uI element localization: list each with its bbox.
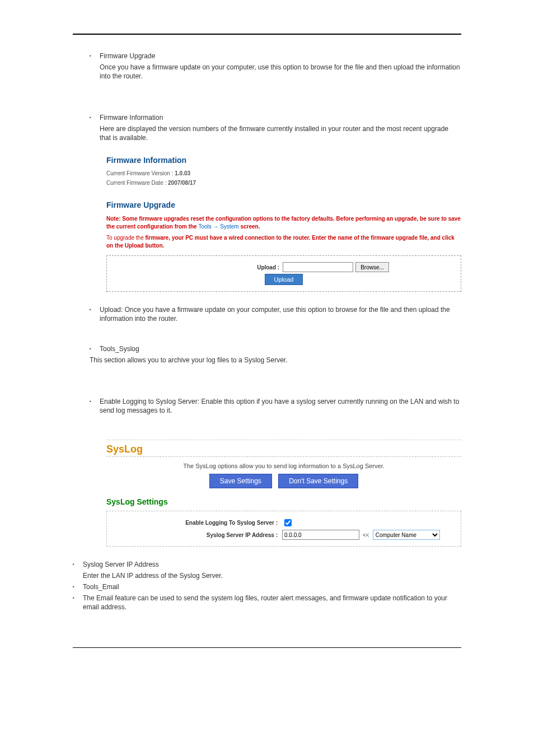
firmware-upgrade-body: Once you have a firmware update on your …: [100, 63, 461, 81]
syslog-ip-body: Enter the LAN IP address of the Syslog S…: [83, 571, 461, 580]
bullet-upload: ▪ Upload: Once you have a firmware updat…: [90, 305, 461, 323]
bullet-tools-email: ▪ Tools_Email: [73, 582, 461, 591]
fw-warn-link[interactable]: Tools → System: [198, 223, 238, 230]
fw-upload-box: Upload : Browse... Upload: [106, 255, 461, 292]
bullet-marker-icon: ▪: [90, 305, 94, 323]
fw-version-line: Current Firmware Version : 1.0.03: [106, 170, 461, 176]
fw-upgrade-heading: Firmware Upgrade: [106, 200, 461, 209]
enable-logging-text: Enable Logging to Syslog Server: Enable …: [100, 397, 461, 415]
fw-version-value: 1.0.03: [175, 170, 190, 176]
upload-bullet-text: Upload: Once you have a firmware update …: [100, 305, 461, 323]
bullet-marker-icon: ▪: [73, 594, 77, 612]
bullet-marker-icon: ▪: [90, 52, 94, 60]
fw-note-text1: To upgrade the: [106, 235, 146, 241]
syslog-section-title: Tools_Syslog: [100, 345, 139, 353]
dont-save-settings-button[interactable]: Don't Save Settings: [278, 474, 358, 488]
syslog-ip-bullet-label: Syslog Server IP Address: [83, 561, 159, 568]
footer-rule: [73, 647, 461, 648]
syslog-figure: SysLog The SysLog options allow you to s…: [106, 440, 461, 547]
header-rule: [73, 34, 461, 35]
computer-name-select[interactable]: Computer Name: [373, 530, 440, 540]
bullet-marker-icon: ▪: [90, 113, 94, 122]
firmware-info-body: Here are displayed the version numbers o…: [100, 124, 461, 142]
bullet-marker-icon: ▪: [73, 582, 77, 591]
syslog-settings-heading: SysLog Settings: [106, 497, 461, 506]
bullet-tools-syslog: ▪ Tools_Syslog: [90, 344, 461, 353]
bullet-syslog-ip: ▪ Syslog Server IP Address: [73, 560, 461, 569]
syslog-settings-box: Enable Logging To Syslog Server : Syslog…: [106, 511, 461, 547]
syslog-body: This section allows you to archive your …: [90, 356, 461, 365]
fw-date-line: Current Firmware Date : 2007/08/17: [106, 180, 461, 186]
syslog-ip-label: Syslog Server IP Address :: [113, 532, 282, 538]
upload-label: Upload :: [179, 264, 279, 270]
upload-input[interactable]: [283, 262, 353, 272]
email-body-text: The Email feature can be used to send th…: [83, 594, 461, 612]
divider: [106, 456, 461, 457]
fw-info-heading: Firmware Information: [106, 156, 461, 165]
enable-logging-checkbox[interactable]: [284, 519, 292, 526]
enable-logging-label: Enable Logging To Syslog Server :: [113, 520, 282, 526]
bullet-firmware-upgrade: ▪ Firmware Upgrade: [90, 52, 461, 60]
fw-note: To upgrade the firmware, your PC must ha…: [106, 234, 461, 250]
syslog-fig-desc: The SysLog options allow you to send log…: [106, 463, 461, 469]
browse-button[interactable]: Browse...: [355, 262, 389, 272]
bullet-marker-icon: ▪: [90, 344, 94, 353]
bullet-firmware-info: ▪ Firmware Information: [90, 113, 461, 122]
bullet-marker-icon: ▪: [90, 397, 94, 415]
syslog-fig-title: SysLog: [106, 444, 461, 455]
fw-version-label: Current Firmware Version :: [106, 170, 173, 176]
bullet-enable-logging: ▪ Enable Logging to Syslog Server: Enabl…: [90, 397, 461, 415]
fw-warn: Note: Some firmware upgrades reset the c…: [106, 215, 461, 231]
fw-date-label: Current Firmware Date :: [106, 180, 166, 186]
upload-button[interactable]: Upload: [265, 274, 303, 285]
save-settings-button[interactable]: Save Settings: [209, 474, 272, 488]
assign-arrows: <<: [363, 532, 369, 538]
fw-warn-prefix: Note: Some firmware upgrades reset the c…: [106, 216, 461, 230]
fw-date-value: 2007/08/17: [168, 180, 196, 186]
bullet-email-body: ▪ The Email feature can be used to send …: [73, 594, 461, 612]
bullet-label: Firmware Information: [100, 114, 163, 122]
email-section-title: Tools_Email: [83, 583, 119, 591]
bullet-label: Firmware Upgrade: [100, 52, 155, 60]
bullet-marker-icon: ▪: [73, 560, 77, 569]
fw-warn-suffix: screen.: [239, 223, 260, 230]
syslog-ip-input[interactable]: [282, 530, 359, 540]
firmware-figure: Firmware Information Current Firmware Ve…: [106, 156, 461, 292]
